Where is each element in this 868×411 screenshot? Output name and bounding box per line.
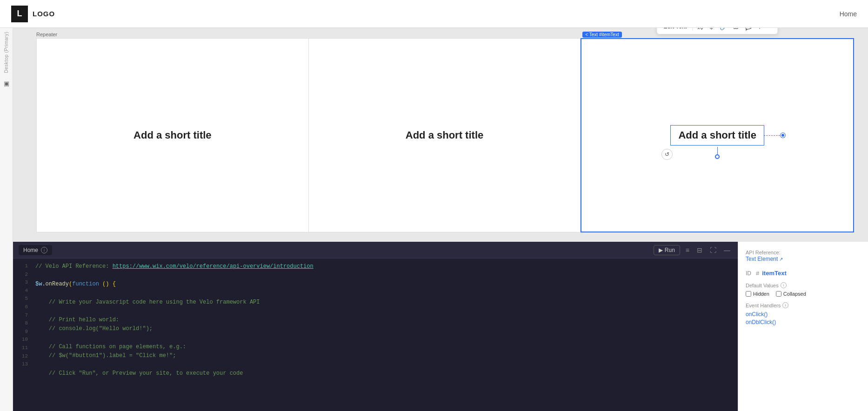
rp-id-hash: # <box>756 270 759 277</box>
run-button[interactable]: ▶ Run <box>654 245 680 255</box>
rp-eh-label: Event Handlers i <box>746 302 861 308</box>
rp-dv-info-icon: i <box>781 282 787 288</box>
rp-eh-label-text: Event Handlers <box>746 303 781 308</box>
edit-text-button[interactable]: Edit Text <box>660 28 691 32</box>
hidden-checkbox-input[interactable] <box>746 291 751 297</box>
logo-text: LOGO <box>33 10 55 18</box>
duplicate-icon[interactable]: ⊞ <box>731 28 741 32</box>
repeater-item-2[interactable]: Add a short title <box>309 38 581 232</box>
ln-2: 2 <box>25 271 28 279</box>
code-panel-inner: Home i ▶ Run ≡ ⊟ ⛶ — <box>13 242 738 411</box>
rp-api-ref-label: API Reference: <box>746 250 781 255</box>
repeater-item-2-text: Add a short title <box>406 129 483 141</box>
code-line-9 <box>35 334 738 343</box>
canvas-wrapper: Repeater Add a short title Add a short t… <box>13 28 868 411</box>
rp-dv-label: Default Values i <box>746 282 861 288</box>
logo-box: L <box>11 6 28 22</box>
more-icon[interactable]: ··· <box>765 28 775 32</box>
ln-1: 1 <box>25 262 28 271</box>
main-area: Desktop (Primary) ▣ Repeater Add a short… <box>0 28 868 411</box>
code-panel: Home i ▶ Run ≡ ⊟ ⛶ — <box>13 242 868 411</box>
ln-5: 5 <box>25 295 28 303</box>
code-line-13: // Click "Run", or Preview your site, to… <box>35 369 738 378</box>
code-line-5: // Write your Javascript code here using… <box>35 298 738 307</box>
animation-icon[interactable]: ◈ <box>707 28 716 32</box>
code-content[interactable]: // Velo API Reference: https://www.wix.c… <box>32 259 738 411</box>
comment-icon[interactable]: 💬 <box>742 28 754 32</box>
logo-letter: L <box>17 9 22 19</box>
repeater-item-1[interactable]: Add a short title <box>36 38 309 232</box>
selected-text-box[interactable]: Add a short title ↺ <box>670 125 764 146</box>
panel-expand-icon[interactable]: ⛶ <box>708 245 718 255</box>
panel-close-icon[interactable]: — <box>722 245 732 255</box>
ln-9: 9 <box>25 328 28 336</box>
rp-api-section: API Reference: Text Element ↗ <box>746 249 861 262</box>
dashed-line <box>764 135 782 136</box>
rp-ondblclick-link[interactable]: onDblClick() <box>746 319 861 325</box>
sidebar-device-icon[interactable]: ▣ <box>2 79 11 88</box>
rp-id-label: ID <box>746 270 751 277</box>
code-tab-home-label: Home <box>23 247 38 253</box>
code-line-3: $w.onReady(function () { <box>35 280 738 289</box>
velo-api-link[interactable]: https://www.wix.com/velo/reference/api-o… <box>113 263 314 270</box>
rp-collapsed-checkbox[interactable]: Collapsed <box>776 291 806 297</box>
code-line-10: // Call functions on page elements, e.g.… <box>35 343 738 351</box>
code-line-6 <box>35 307 738 316</box>
rotate-line <box>717 147 718 154</box>
ln-8: 8 <box>25 319 28 328</box>
run-label: Run <box>665 247 675 253</box>
rp-eh-info-icon: i <box>782 302 788 308</box>
left-sidebar: Desktop (Primary) ▣ <box>0 28 13 411</box>
ln-3: 3 <box>25 278 28 287</box>
rp-id-value: itemText <box>762 270 787 277</box>
code-line-12 <box>35 360 738 369</box>
hyperlink-icon[interactable]: 🔗 <box>717 28 730 32</box>
collapsed-checkbox-input[interactable] <box>776 291 781 297</box>
ln-7: 7 <box>25 312 28 320</box>
code-editor: 1 2 3 4 5 6 7 8 9 10 11 12 13 <box>13 259 738 411</box>
repeater-item-3[interactable]: Edit Text ⛓ ◈ 🔗 ⊞ 💬 ? ··· < Text #itemTe… <box>581 38 854 232</box>
rp-api-ref-link[interactable]: Text Element ↗ <box>746 256 861 262</box>
rotate-dot <box>715 154 720 159</box>
ln-6: 6 <box>25 303 28 312</box>
repeater-item-1-text: Add a short title <box>134 129 211 141</box>
code-line-2 <box>35 271 738 280</box>
code-line-7: // Print hello world: <box>35 316 738 325</box>
ln-10: 10 <box>22 336 28 344</box>
line-numbers: 1 2 3 4 5 6 7 8 9 10 11 12 13 <box>13 259 32 411</box>
logo-area: L LOGO <box>11 6 55 22</box>
rp-event-handlers: Event Handlers i onClick() onDblClick() <box>746 302 861 325</box>
panel-actions: ▶ Run ≡ ⊟ ⛶ — <box>654 245 732 255</box>
help-icon[interactable]: ? <box>755 28 764 32</box>
canvas[interactable]: Repeater Add a short title Add a short t… <box>13 28 868 242</box>
resize-handle-right[interactable] <box>781 133 785 138</box>
undo-button[interactable]: ↺ <box>661 149 673 160</box>
code-panel-header: Home i ▶ Run ≡ ⊟ ⛶ — <box>13 242 738 259</box>
rp-dv-label-text: Default Values <box>746 283 779 288</box>
toolbar-divider-1 <box>692 28 693 31</box>
text-badge: < Text #itemText <box>582 32 621 38</box>
rp-collapsed-label: Collapsed <box>783 291 806 297</box>
ln-4: 4 <box>25 287 28 295</box>
rp-default-values: Default Values i Hidden Collapsed <box>746 282 861 297</box>
external-link-icon: ↗ <box>779 257 783 262</box>
ln-13: 13 <box>22 360 28 369</box>
rotate-handle[interactable] <box>715 147 720 159</box>
rp-checkboxes: Hidden Collapsed <box>746 291 861 297</box>
code-tab-home[interactable]: Home i <box>19 245 52 255</box>
rp-id-row: ID # itemText <box>746 270 861 277</box>
text-edit-toolbar: Edit Text ⛓ ◈ 🔗 ⊞ 💬 ? ··· <box>657 28 778 34</box>
rp-onclick-link[interactable]: onClick() <box>746 311 861 318</box>
navbar: L LOGO Home <box>0 0 868 28</box>
code-line-8: // console.log("Hello world!"); <box>35 325 738 333</box>
nav-home-link[interactable]: Home <box>840 10 857 18</box>
repeater-item-3-text: Add a short title <box>678 129 756 141</box>
sidebar-label: Desktop (Primary) <box>4 32 9 73</box>
panel-layout-icon[interactable]: ⊟ <box>695 245 704 255</box>
panel-align-icon[interactable]: ≡ <box>684 245 691 255</box>
repeater-label: Repeater <box>36 32 57 37</box>
code-line-1: // Velo API Reference: https://www.wix.c… <box>35 262 738 271</box>
link-style-icon[interactable]: ⛓ <box>694 28 706 32</box>
code-line-11: // $w("#button1").label = "Click me!"; <box>35 351 738 360</box>
rp-hidden-checkbox[interactable]: Hidden <box>746 291 769 297</box>
